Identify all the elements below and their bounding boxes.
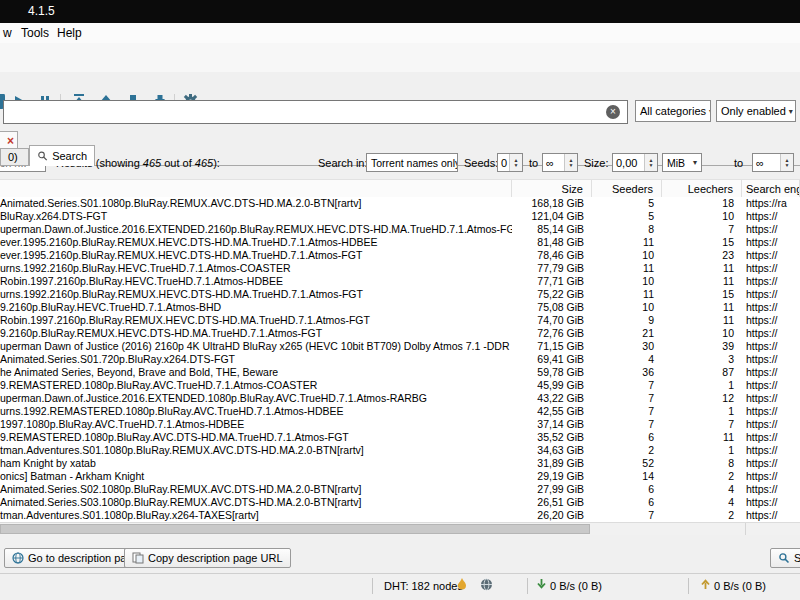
- torrent-size: 31,89 GiB: [512, 457, 592, 470]
- torrent-size: 81,48 GiB: [512, 236, 592, 249]
- torrent-leechers: 10: [662, 327, 742, 340]
- torrent-name: 9.2160p.BluRay.REMUX.HEVC.DTS-HD.MA.True…: [0, 327, 512, 340]
- table-row[interactable]: 9.REMASTERED.1080p.BluRay.AVC.TrueHD.7.1…: [0, 379, 800, 392]
- torrent-engine: https://: [742, 509, 800, 522]
- horizontal-scrollbar[interactable]: [0, 522, 800, 535]
- table-row[interactable]: uperman.Dawn.of.Justice.2016.EXTENDED.10…: [0, 392, 800, 405]
- table-row[interactable]: tman.Adventures.S01.1080p.BluRay.x264-TA…: [0, 509, 800, 522]
- table-row[interactable]: Animated.Series.S02.1080p.BluRay.REMUX.A…: [0, 483, 800, 496]
- column-header-leechers[interactable]: Leechers: [662, 180, 742, 197]
- table-row[interactable]: he Animated Series, Beyond, Brave and Bo…: [0, 366, 800, 379]
- table-row[interactable]: ever.1995.2160p.BluRay.REMUX.HEVC.DTS-HD…: [0, 236, 800, 249]
- seeds-min-spinbox[interactable]: 0 ▲▼: [497, 153, 523, 172]
- torrent-name: ham Knight by xatab: [0, 457, 512, 470]
- table-row[interactable]: 1997.1080p.BluRay.AVC.TrueHD.7.1.Atmos-H…: [0, 418, 800, 431]
- torrent-seeders: 6: [592, 496, 662, 509]
- spin-down-icon: ▼: [514, 163, 519, 168]
- statusbar-separator: [688, 578, 689, 594]
- torrent-name: uperman Dawn of Justice (2016) 2160p 4K …: [0, 340, 512, 353]
- spinner-buttons[interactable]: ▲▼: [644, 154, 657, 171]
- search-input[interactable]: [3, 100, 628, 124]
- column-header-size[interactable]: Size: [512, 180, 592, 197]
- clear-search-button[interactable]: ×: [606, 105, 620, 119]
- menu-item-tools[interactable]: Tools: [21, 26, 49, 40]
- torrent-leechers: 11: [662, 314, 742, 327]
- torrent-engine: https://: [742, 340, 800, 353]
- column-header-engine[interactable]: Search engine: [742, 180, 800, 197]
- table-row[interactable]: Animated.Series.S01.720p.BluRay.x264.DTS…: [0, 353, 800, 366]
- copy-url-button[interactable]: Copy description page URL: [124, 548, 291, 568]
- search-in-label: Search in:: [318, 157, 368, 169]
- table-row[interactable]: 9.2160p.BluRay.REMUX.HEVC.DTS-HD.MA.True…: [0, 327, 800, 340]
- seeds-max-spinbox[interactable]: ∞ ▲▼: [542, 153, 578, 172]
- results-summary-suffix: ):: [213, 157, 220, 169]
- torrent-engine: https://: [742, 392, 800, 405]
- torrent-leechers: 1: [662, 444, 742, 457]
- spinner-buttons[interactable]: ▲▼: [509, 154, 522, 171]
- table-row[interactable]: 9.2160p.BluRay.HEVC.TrueHD.7.1.Atmos-BHD…: [0, 301, 800, 314]
- spin-down-icon: ▼: [785, 163, 790, 168]
- torrent-leechers: 10: [662, 210, 742, 223]
- results-shown-count: 465: [143, 157, 161, 169]
- table-row[interactable]: BluRay.x264.DTS-FGT 121,04 GiB 5 10 http…: [0, 210, 800, 223]
- torrent-name: uperman.Dawn.of.Justice.2016.EXTENDED.21…: [0, 223, 512, 236]
- table-row[interactable]: onics] Batman - Arkham Knight 29,19 GiB …: [0, 470, 800, 483]
- size-min-spinbox[interactable]: 0,00 ▲▼: [612, 153, 658, 172]
- table-row[interactable]: urns.1992.REMASTERED.1080p.BluRay.AVC.Tr…: [0, 405, 800, 418]
- torrent-name: Animated.Series.S02.1080p.BluRay.REMUX.A…: [0, 483, 512, 496]
- torrent-leechers: 39: [662, 340, 742, 353]
- table-row[interactable]: ever.1995.2160p.BluRay.REMUX.HEVC.DTS-HD…: [0, 249, 800, 262]
- search-button[interactable]: Se: [770, 548, 800, 568]
- copy-url-label: Copy description page URL: [148, 552, 283, 564]
- chevron-down-icon: ▾: [693, 158, 697, 167]
- table-row[interactable]: Robin.1997.2160p.BluRay.REMUX.HEVC.DTS-H…: [0, 314, 800, 327]
- spinner-buttons[interactable]: ▲▼: [564, 154, 577, 171]
- torrent-leechers: 87: [662, 366, 742, 379]
- categories-select[interactable]: All categories ▾: [635, 100, 711, 122]
- table-row[interactable]: Animated.Series.S01.1080p.BluRay.REMUX.A…: [0, 197, 800, 210]
- torrent-engine: https://: [742, 327, 800, 340]
- column-header-name[interactable]: [0, 180, 512, 197]
- table-row[interactable]: urns.1992.2160p.BluRay.REMUX.HEVC.DTS-HD…: [0, 288, 800, 301]
- table-row[interactable]: ham Knight by xatab 31,89 GiB 52 8 https…: [0, 457, 800, 470]
- table-row[interactable]: tman.Adventures.S01.1080p.BluRay.REMUX.A…: [0, 444, 800, 457]
- menu-item-help[interactable]: Help: [57, 26, 82, 40]
- alt-speed-icon[interactable]: [480, 578, 493, 593]
- scrollbar-thumb[interactable]: [0, 524, 590, 534]
- table-row[interactable]: Robin.1997.2160p.BluRay.HEVC.TrueHD.7.1.…: [0, 275, 800, 288]
- table-row[interactable]: 9.REMASTERED.1080p.BluRay.AVC.DTS-HD.MA.…: [0, 431, 800, 444]
- torrent-seeders: 2: [592, 444, 662, 457]
- torrent-leechers: 18: [662, 197, 742, 210]
- torrent-seeders: 10: [592, 301, 662, 314]
- torrent-size: 26,51 GiB: [512, 496, 592, 509]
- torrent-engine: https://: [742, 366, 800, 379]
- download-speed: 0 B/s (0 B): [550, 580, 602, 592]
- torrent-engine: https://: [742, 353, 800, 366]
- tab-transfers[interactable]: 0): [0, 148, 29, 166]
- torrent-size: 42,55 GiB: [512, 405, 592, 418]
- torrent-engine: https://: [742, 431, 800, 444]
- menu-item-view[interactable]: w: [3, 26, 12, 40]
- search-in-select[interactable]: Torrent names only ▾: [366, 153, 458, 172]
- torrent-seeders: 11: [592, 236, 662, 249]
- connection-status-icon[interactable]: [457, 578, 467, 593]
- table-row[interactable]: uperman Dawn of Justice (2016) 2160p 4K …: [0, 340, 800, 353]
- table-row[interactable]: Animated.Series.S03.1080p.BluRay.REMUX.A…: [0, 496, 800, 509]
- copy-icon: [132, 552, 144, 564]
- size-unit-select[interactable]: MiB ▾: [662, 153, 702, 172]
- close-tab-button[interactable]: ×: [7, 135, 14, 147]
- spinner-buttons[interactable]: ▲▼: [780, 154, 793, 171]
- table-row[interactable]: uperman.Dawn.of.Justice.2016.EXTENDED.21…: [0, 223, 800, 236]
- column-header-seeders[interactable]: Seeders: [592, 180, 662, 197]
- plugins-select[interactable]: Only enabled ▾: [716, 100, 796, 122]
- torrent-size: 75,08 GiB: [512, 301, 592, 314]
- torrent-size: 77,79 GiB: [512, 262, 592, 275]
- globe-icon: [12, 552, 24, 564]
- spin-down-icon: ▼: [649, 163, 654, 168]
- seeds-to-label: to: [529, 157, 538, 169]
- table-row[interactable]: urns.1992.2160p.BluRay.HEVC.TrueHD.7.1.A…: [0, 262, 800, 275]
- search-in-value: Torrent names only: [371, 157, 458, 169]
- size-max-spinbox[interactable]: ∞ ▲▼: [752, 153, 794, 172]
- tab-search[interactable]: Search: [29, 145, 95, 166]
- results-table: Animated.Series.S01.1080p.BluRay.REMUX.A…: [0, 197, 800, 522]
